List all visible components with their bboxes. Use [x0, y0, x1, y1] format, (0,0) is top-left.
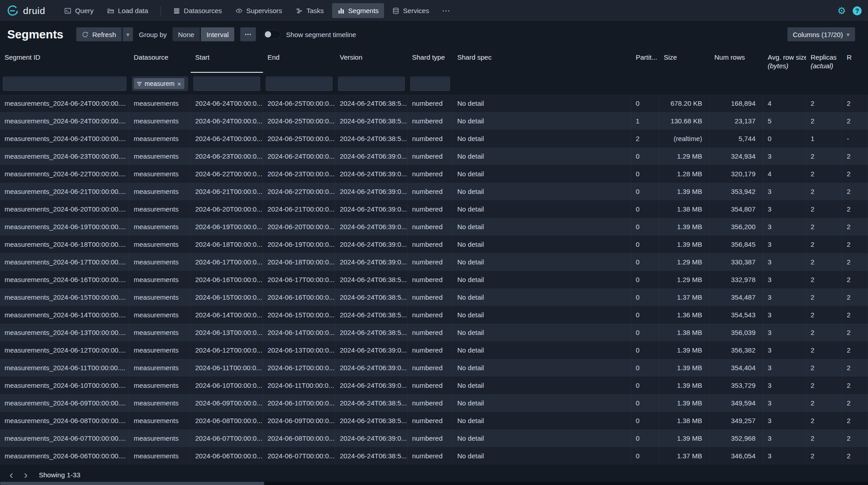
table-row[interactable]: measurements_2024-06-14T00:00:00.... mea…	[0, 306, 868, 324]
cell-version: 2024-06-24T06:38:5...	[335, 306, 408, 324]
cell-datasource: measurements	[129, 147, 191, 165]
table-row[interactable]: measurements_2024-06-12T00:00:00.... mea…	[0, 341, 868, 359]
table-row[interactable]: measurements_2024-06-18T00:00:00.... mea…	[0, 235, 868, 253]
datasource-filter-input[interactable]: measurem ×	[132, 76, 188, 91]
end-filter-input[interactable]	[266, 76, 333, 91]
column-header-shard-spec[interactable]: Shard spec	[453, 47, 631, 73]
cell-replicas: 2	[806, 147, 842, 165]
query-icon	[64, 7, 71, 14]
remove-tag-icon[interactable]: ×	[177, 80, 181, 87]
horizontal-scrollbar-thumb[interactable]	[0, 482, 264, 485]
refresh-dropdown-button[interactable]: ▾	[122, 27, 134, 42]
cell-shard-type: numbered	[408, 183, 453, 200]
table-row[interactable]: measurements_2024-06-24T00:00:00.... mea…	[0, 130, 868, 147]
column-header-num-rows[interactable]: Num rows	[710, 47, 763, 73]
toggle-knob	[265, 31, 271, 38]
brand[interactable]: druid	[6, 5, 45, 17]
columns-button[interactable]: Columns (17/20) ▾	[787, 27, 855, 42]
cell-num-rows: 330,387	[710, 253, 763, 271]
cell-shard-type: numbered	[408, 253, 453, 271]
cell-num-rows: 5,744	[710, 130, 763, 147]
tasks-icon	[296, 7, 303, 14]
nav-query[interactable]: Query	[59, 3, 99, 18]
cell-size: 1.37 MB	[659, 447, 710, 465]
showing-count-label: Showing 1-33	[39, 471, 80, 479]
help-icon[interactable]: ?	[853, 6, 862, 15]
cell-shard-spec: No detail	[453, 183, 631, 200]
column-header-avg-row-size[interactable]: Avg. row size (bytes)	[763, 47, 806, 73]
nav-divider	[160, 6, 161, 15]
table-row[interactable]: measurements_2024-06-23T00:00:00.... mea…	[0, 147, 868, 165]
version-filter-input[interactable]	[338, 76, 405, 91]
cell-end: 2024-06-09T00:00:0...	[263, 412, 335, 429]
column-header-size[interactable]: Size	[659, 47, 710, 73]
table-filter-row: measurem ×	[0, 73, 868, 94]
cell-avg-row-size: 3	[763, 429, 806, 447]
nav-tasks[interactable]: Tasks	[290, 3, 329, 18]
nav-datasources[interactable]: Datasources	[168, 3, 227, 18]
cell-replicas: 1	[806, 130, 842, 147]
more-options-button[interactable]: ⋯	[240, 27, 256, 42]
datasource-filter-tag[interactable]: measurem ×	[134, 78, 184, 89]
table-row[interactable]: measurements_2024-06-24T00:00:00.... mea…	[0, 94, 868, 112]
table-row[interactable]: measurements_2024-06-11T00:00:00.... mea…	[0, 359, 868, 377]
cell-shard-type: numbered	[408, 377, 453, 394]
column-header-sublabel: (bytes)	[768, 62, 802, 70]
cell-start: 2024-06-10T00:00:0...	[191, 377, 263, 394]
nav-more-button[interactable]: ⋯	[437, 5, 455, 16]
column-header-shard-type[interactable]: Shard type	[408, 47, 453, 73]
cell-partition: 0	[631, 271, 659, 288]
table-row[interactable]: measurements_2024-06-09T00:00:00.... mea…	[0, 394, 868, 412]
cell-segment-id: measurements_2024-06-20T00:00:00....	[0, 200, 129, 218]
cell-shard-type: numbered	[408, 359, 453, 377]
previous-page-button[interactable]: ‹	[5, 468, 18, 482]
cell-avg-row-size: 3	[763, 271, 806, 288]
table-body: measurements_2024-06-24T00:00:00.... mea…	[0, 94, 868, 465]
cell-avg-row-size: 3	[763, 306, 806, 324]
cell-end: 2024-06-14T00:00:0...	[263, 324, 335, 341]
table-row[interactable]: measurements_2024-06-19T00:00:00.... mea…	[0, 218, 868, 235]
table-row[interactable]: measurements_2024-06-17T00:00:00.... mea…	[0, 253, 868, 271]
cell-replication-factor: -	[842, 130, 868, 147]
table-row[interactable]: measurements_2024-06-08T00:00:00.... mea…	[0, 412, 868, 429]
cell-size: 130.68 KB	[659, 112, 710, 130]
table-row[interactable]: measurements_2024-06-20T00:00:00.... mea…	[0, 200, 868, 218]
nav-load-data[interactable]: Load data	[102, 3, 154, 18]
cell-end: 2024-06-15T00:00:0...	[263, 306, 335, 324]
column-header-version[interactable]: Version	[335, 47, 408, 73]
group-by-none-button[interactable]: None	[172, 27, 200, 42]
refresh-button[interactable]: Refresh	[76, 27, 122, 42]
nav-segments[interactable]: Segments	[332, 3, 385, 18]
cell-version: 2024-06-24T06:38:5...	[335, 447, 408, 465]
next-page-button[interactable]: ›	[19, 468, 33, 482]
settings-gear-icon[interactable]: ⚙	[837, 6, 846, 15]
table-row[interactable]: measurements_2024-06-15T00:00:00.... mea…	[0, 288, 868, 306]
column-header-start[interactable]: Start	[191, 47, 263, 73]
start-filter-input[interactable]	[193, 76, 260, 91]
column-header-segment-id[interactable]: Segment ID	[0, 47, 129, 73]
cell-replicas: 2	[806, 429, 842, 447]
shard-type-filter-input[interactable]	[410, 76, 450, 91]
table-row[interactable]: measurements_2024-06-07T00:00:00.... mea…	[0, 429, 868, 447]
segment-id-filter-input[interactable]	[3, 76, 127, 91]
column-header-end[interactable]: End	[263, 47, 335, 73]
table-row[interactable]: measurements_2024-06-21T00:00:00.... mea…	[0, 183, 868, 200]
table-row[interactable]: measurements_2024-06-13T00:00:00.... mea…	[0, 324, 868, 341]
table-row[interactable]: measurements_2024-06-16T00:00:00.... mea…	[0, 271, 868, 288]
nav-label: Supervisors	[246, 7, 282, 14]
table-row[interactable]: measurements_2024-06-22T00:00:00.... mea…	[0, 165, 868, 183]
cell-segment-id: measurements_2024-06-18T00:00:00....	[0, 235, 129, 253]
column-header-datasource[interactable]: Datasource	[129, 47, 191, 73]
column-header-replicas[interactable]: Replicas (actual)	[806, 47, 842, 73]
table-row[interactable]: measurements_2024-06-24T00:00:00.... mea…	[0, 112, 868, 130]
druid-logo-icon	[6, 5, 19, 17]
column-header-replication-factor[interactable]: R	[842, 47, 868, 73]
table-row[interactable]: measurements_2024-06-06T00:00:00.... mea…	[0, 447, 868, 465]
cell-datasource: measurements	[129, 447, 191, 465]
nav-services[interactable]: Services	[387, 3, 435, 18]
column-header-partition[interactable]: Partit...	[631, 47, 659, 73]
segment-timeline-toggle[interactable]	[263, 30, 281, 39]
table-row[interactable]: measurements_2024-06-10T00:00:00.... mea…	[0, 377, 868, 394]
nav-supervisors[interactable]: Supervisors	[230, 3, 287, 18]
group-by-interval-button[interactable]: Interval	[201, 27, 235, 42]
